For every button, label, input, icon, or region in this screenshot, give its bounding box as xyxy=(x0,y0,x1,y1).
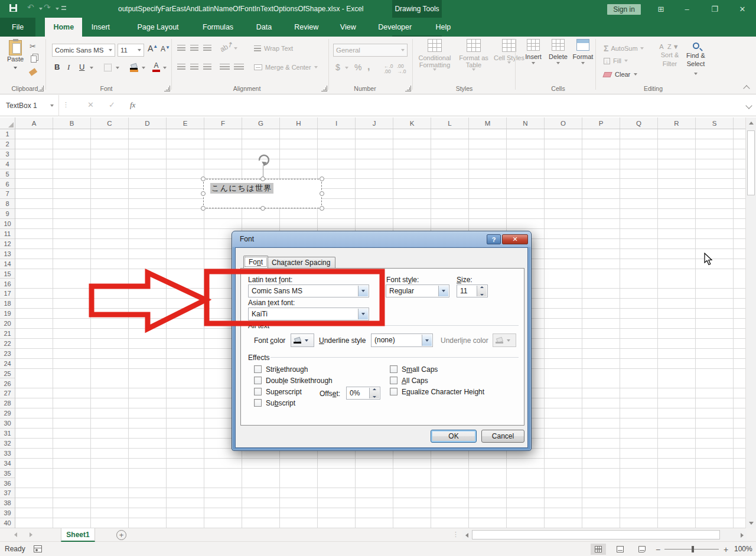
tab-help[interactable]: Help xyxy=(428,18,460,37)
redo-icon[interactable]: ↷ xyxy=(44,2,53,12)
column-header-J[interactable]: J xyxy=(356,117,393,129)
insert-function-icon[interactable]: fx xyxy=(130,100,135,110)
scroll-left-icon[interactable] xyxy=(462,531,471,539)
select-all-corner[interactable] xyxy=(0,117,15,129)
name-box[interactable]: TextBox 1 xyxy=(0,95,59,116)
row-header-40[interactable]: 40 xyxy=(0,518,15,528)
column-header-A[interactable]: A xyxy=(15,117,53,129)
tab-view[interactable]: View xyxy=(332,18,364,37)
tab-data[interactable]: Data xyxy=(248,18,280,37)
formula-bar-splitter[interactable]: ⋮ xyxy=(63,101,70,109)
insert-cells-button[interactable]: Insert xyxy=(521,39,546,84)
fill-color-icon[interactable] xyxy=(130,64,138,69)
row-header-1[interactable]: 1 xyxy=(0,129,15,139)
font-name-combo[interactable]: Comic Sans MS xyxy=(52,44,115,57)
column-header-C[interactable]: C xyxy=(91,117,129,129)
row-header-3[interactable]: 3 xyxy=(0,149,15,159)
scroll-down-icon[interactable] xyxy=(746,518,756,528)
shrink-font-button[interactable]: A▼ xyxy=(161,45,170,53)
borders-dropdown-icon[interactable] xyxy=(116,67,119,69)
row-header-25[interactable]: 25 xyxy=(0,369,15,379)
font-style-dropdown-icon[interactable] xyxy=(438,286,448,296)
row-header-28[interactable]: 28 xyxy=(0,398,15,408)
find-select-button[interactable]: Find & Select xyxy=(682,42,710,77)
row-header-29[interactable]: 29 xyxy=(0,408,15,418)
column-header-G[interactable]: G xyxy=(242,117,280,129)
minimize-icon[interactable]: – xyxy=(678,4,696,14)
row-header-27[interactable]: 27 xyxy=(0,388,15,398)
font-size-combo[interactable]: 11 xyxy=(118,44,144,57)
tab-review[interactable]: Review xyxy=(286,18,327,37)
column-header-N[interactable]: N xyxy=(507,117,545,129)
column-header-S[interactable]: S xyxy=(696,117,734,129)
row-header-9[interactable]: 9 xyxy=(0,209,15,219)
row-header-33[interactable]: 33 xyxy=(0,449,15,459)
superscript-checkbox[interactable] xyxy=(254,388,262,395)
row-header-18[interactable]: 18 xyxy=(0,299,15,309)
row-header-24[interactable]: 24 xyxy=(0,359,15,369)
row-header-23[interactable]: 23 xyxy=(0,349,15,359)
cancel-button[interactable]: Cancel xyxy=(481,430,524,443)
superscript-label[interactable]: Superscript xyxy=(266,388,302,396)
save-icon[interactable] xyxy=(9,4,19,14)
strikethrough-checkbox[interactable] xyxy=(254,365,262,373)
sign-in-button[interactable]: Sign in xyxy=(607,4,641,15)
column-header-Q[interactable]: Q xyxy=(620,117,658,129)
row-header-21[interactable]: 21 xyxy=(0,329,15,339)
row-header-17[interactable]: 17 xyxy=(0,289,15,299)
column-header-R[interactable]: R xyxy=(658,117,696,129)
tab-insert[interactable]: Insert xyxy=(83,18,118,37)
tab-page-layout[interactable]: Page Layout xyxy=(129,18,187,37)
bold-button[interactable]: B xyxy=(54,63,60,71)
resize-handle[interactable] xyxy=(320,191,324,196)
column-header-M[interactable]: M xyxy=(469,117,507,129)
tab-file[interactable]: File xyxy=(0,18,35,37)
offset-spinner-arrows[interactable] xyxy=(369,388,379,398)
size-spinner[interactable]: 11 xyxy=(457,284,488,297)
column-header-O[interactable]: O xyxy=(545,117,582,129)
row-header-35[interactable]: 35 xyxy=(0,469,15,479)
ok-button[interactable]: OK xyxy=(431,430,477,443)
vertical-scroll-thumb[interactable] xyxy=(747,130,755,195)
column-header-L[interactable]: L xyxy=(431,117,469,129)
underline-dropdown-icon[interactable] xyxy=(90,67,93,69)
row-header-16[interactable]: 16 xyxy=(0,279,15,289)
column-header-H[interactable]: H xyxy=(280,117,318,129)
row-header-30[interactable]: 30 xyxy=(0,418,15,429)
page-layout-view-button[interactable] xyxy=(612,544,628,555)
column-header-B[interactable]: B xyxy=(53,117,91,129)
row-header-26[interactable]: 26 xyxy=(0,379,15,389)
undo-icon[interactable]: ↶ xyxy=(27,2,37,12)
number-dialog-launcher[interactable] xyxy=(405,86,411,91)
scroll-up-icon[interactable] xyxy=(746,117,756,128)
delete-cells-button[interactable]: Delete xyxy=(546,39,571,84)
new-sheet-icon[interactable]: + xyxy=(116,530,126,540)
column-header-K[interactable]: K xyxy=(393,117,431,129)
all-caps-label[interactable]: All Caps xyxy=(402,377,428,385)
resize-handle[interactable] xyxy=(201,206,206,211)
column-header-I[interactable]: I xyxy=(318,117,356,129)
restore-icon[interactable]: ❐ xyxy=(706,4,724,14)
all-caps-checkbox[interactable] xyxy=(390,377,397,384)
close-icon[interactable]: ✕ xyxy=(734,4,751,14)
underline-style-dropdown-icon[interactable] xyxy=(422,335,432,346)
redo-dropdown-icon[interactable] xyxy=(56,8,59,10)
next-sheet-icon[interactable] xyxy=(30,532,32,537)
resize-handle[interactable] xyxy=(201,191,206,196)
double-strikethrough-label[interactable]: Double Strikethrough xyxy=(266,377,333,385)
row-header-2[interactable]: 2 xyxy=(0,139,15,149)
row-header-39[interactable]: 39 xyxy=(0,508,15,518)
column-header-F[interactable]: F xyxy=(204,117,242,129)
font-dialog-launcher[interactable] xyxy=(164,86,170,91)
undo-dropdown-icon[interactable] xyxy=(39,8,43,10)
collapse-ribbon-icon[interactable] xyxy=(743,85,750,91)
macro-record-icon[interactable] xyxy=(34,545,42,552)
offset-spinner[interactable]: 0% xyxy=(346,387,380,400)
underline-button[interactable]: U xyxy=(79,63,84,71)
format-painter-icon[interactable] xyxy=(29,68,37,76)
row-header-22[interactable]: 22 xyxy=(0,339,15,349)
alignment-dialog-launcher[interactable] xyxy=(321,86,327,91)
subscript-label[interactable]: Subscript xyxy=(266,399,295,407)
small-caps-label[interactable]: Small Caps xyxy=(402,365,438,374)
scroll-right-icon[interactable] xyxy=(738,531,747,539)
